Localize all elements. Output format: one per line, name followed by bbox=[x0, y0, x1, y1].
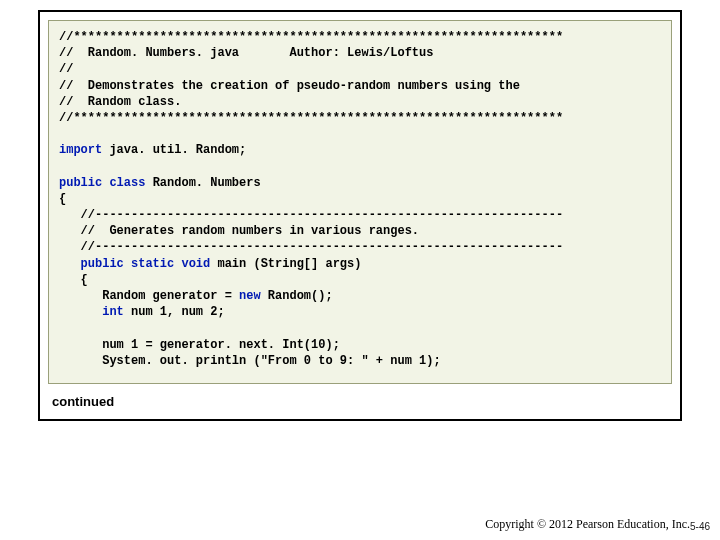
code-text: Random(); bbox=[261, 289, 333, 303]
code-line: num 1 = generator. next. Int(10); bbox=[59, 338, 340, 352]
code-line: //**************************************… bbox=[59, 111, 563, 125]
keyword-static: static bbox=[131, 257, 174, 271]
code-text: Random. Numbers bbox=[145, 176, 260, 190]
keyword-int: int bbox=[102, 305, 124, 319]
code-line bbox=[59, 321, 66, 335]
code-block: //**************************************… bbox=[48, 20, 672, 384]
code-line: // bbox=[59, 62, 73, 76]
code-text: main (String[] args) bbox=[210, 257, 361, 271]
code-text: java. util. Random; bbox=[102, 143, 246, 157]
code-line: //--------------------------------------… bbox=[59, 208, 563, 222]
slide-frame: //**************************************… bbox=[38, 10, 682, 421]
code-text bbox=[124, 257, 131, 271]
keyword-class: class bbox=[109, 176, 145, 190]
keyword-public: public bbox=[59, 176, 102, 190]
code-line: // Random. Numbers. java Author: Lewis/L… bbox=[59, 46, 433, 60]
keyword-void: void bbox=[181, 257, 210, 271]
code-line: //--------------------------------------… bbox=[59, 240, 563, 254]
code-line: { bbox=[59, 192, 66, 206]
page-number: 5-46 bbox=[690, 521, 710, 532]
code-text: Random generator = bbox=[59, 289, 239, 303]
code-text: num 1, num 2; bbox=[124, 305, 225, 319]
code-line: // Demonstrates the creation of pseudo-r… bbox=[59, 79, 520, 93]
keyword-new: new bbox=[239, 289, 261, 303]
continued-note: continued bbox=[40, 392, 680, 419]
copyright-text: Copyright © 2012 Pearson Education, Inc. bbox=[485, 517, 690, 532]
code-line: // Random class. bbox=[59, 95, 181, 109]
code-line: { bbox=[59, 273, 88, 287]
code-line: System. out. println ("From 0 to 9: " + … bbox=[59, 354, 441, 368]
code-text bbox=[59, 305, 102, 319]
code-line: //**************************************… bbox=[59, 30, 563, 44]
keyword-public: public bbox=[59, 257, 124, 271]
code-line: // Generates random numbers in various r… bbox=[59, 224, 419, 238]
keyword-import: import bbox=[59, 143, 102, 157]
